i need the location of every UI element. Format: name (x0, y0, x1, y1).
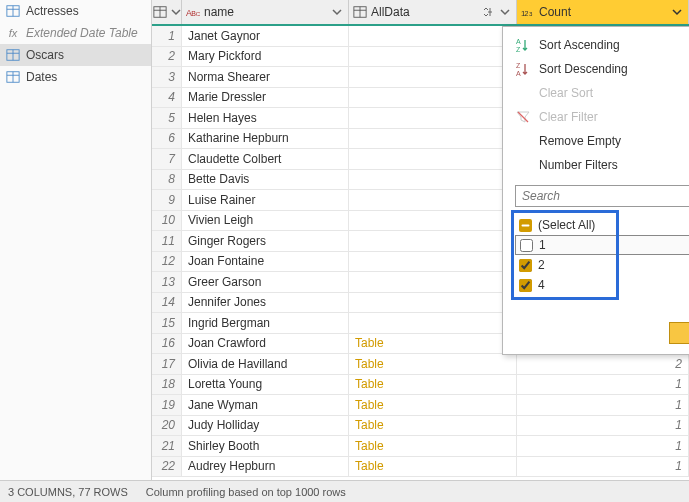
cell-count[interactable]: 1 (517, 416, 689, 436)
cell-name[interactable]: Joan Fontaine (182, 252, 349, 272)
cell-alldata[interactable] (349, 313, 517, 333)
menu-label: Sort Ascending (539, 38, 620, 52)
cell-alldata[interactable] (349, 170, 517, 190)
query-item[interactable]: Actresses (0, 0, 151, 22)
cell-alldata[interactable] (349, 293, 517, 313)
cell-name[interactable]: Ingrid Bergman (182, 313, 349, 333)
rownum-header[interactable] (152, 0, 182, 24)
cell-name[interactable]: Greer Garson (182, 272, 349, 292)
remove-empty[interactable]: Remove Empty (503, 129, 689, 153)
cell-name[interactable]: Jane Wyman (182, 395, 349, 415)
filter-value-row[interactable]: 1 (515, 235, 689, 255)
cell-alldata[interactable] (349, 252, 517, 272)
cell-count[interactable]: 1 (517, 436, 689, 456)
cell-alldata[interactable]: Table (349, 416, 517, 436)
cell-name[interactable]: Vivien Leigh (182, 211, 349, 231)
cell-count[interactable]: 1 (517, 457, 689, 477)
header-label: name (204, 5, 330, 19)
query-item[interactable]: Oscars (0, 44, 151, 66)
cell-alldata[interactable] (349, 88, 517, 108)
cell-alldata[interactable]: Table (349, 334, 517, 354)
row-number: 20 (152, 416, 182, 436)
expand-icon[interactable] (482, 6, 494, 18)
filter-value-row[interactable]: 4 (515, 275, 689, 295)
table-row[interactable]: 22Audrey HepburnTable1 (152, 457, 689, 478)
table-row[interactable]: 21Shirley BoothTable1 (152, 436, 689, 457)
cell-count[interactable]: 1 (517, 395, 689, 415)
table-row[interactable]: 17Olivia de HavillandTable2 (152, 354, 689, 375)
row-number: 13 (152, 272, 182, 292)
table-row[interactable]: 19Jane WymanTable1 (152, 395, 689, 416)
cell-name[interactable]: Loretta Young (182, 375, 349, 395)
filter-checkbox[interactable] (519, 279, 532, 292)
chevron-down-icon[interactable] (330, 5, 344, 19)
row-number: 16 (152, 334, 182, 354)
filter-checkbox[interactable] (519, 219, 532, 232)
menu-label: Number Filters (539, 158, 618, 172)
cell-name[interactable]: Claudette Colbert (182, 149, 349, 169)
cell-name[interactable]: Olivia de Havilland (182, 354, 349, 374)
cell-name[interactable]: Marie Dressler (182, 88, 349, 108)
cell-alldata[interactable] (349, 149, 517, 169)
cell-name[interactable]: Judy Holliday (182, 416, 349, 436)
query-item[interactable]: fxExtended Date Table (0, 22, 151, 44)
cell-name[interactable]: Helen Hayes (182, 108, 349, 128)
sort-descending[interactable]: ZA Sort Descending (503, 57, 689, 81)
column-header-name[interactable]: ABC name (182, 0, 349, 24)
query-item[interactable]: Dates (0, 66, 151, 88)
cell-name[interactable]: Janet Gaynor (182, 26, 349, 46)
table-row[interactable]: 18Loretta YoungTable1 (152, 375, 689, 396)
cell-alldata[interactable] (349, 47, 517, 67)
cell-alldata[interactable]: Table (349, 375, 517, 395)
ok-button[interactable]: OK (669, 322, 689, 344)
search-input[interactable] (522, 189, 689, 203)
cell-alldata[interactable] (349, 129, 517, 149)
cell-name[interactable]: Luise Rainer (182, 190, 349, 210)
cell-name[interactable]: Audrey Hepburn (182, 457, 349, 477)
column-header-alldata[interactable]: AllData (349, 0, 517, 24)
sort-desc-icon: ZA (515, 61, 531, 77)
filter-checkbox[interactable] (520, 239, 533, 252)
cell-name[interactable]: Katharine Hepburn (182, 129, 349, 149)
cell-name[interactable]: Ginger Rogers (182, 231, 349, 251)
filter-search[interactable] (515, 185, 689, 207)
cell-alldata[interactable]: Table (349, 436, 517, 456)
cell-count[interactable]: 2 (517, 354, 689, 374)
chevron-down-icon[interactable] (670, 5, 684, 19)
row-number: 17 (152, 354, 182, 374)
number-filters[interactable]: Number Filters ▸ (503, 153, 689, 177)
cell-count[interactable]: 1 (517, 375, 689, 395)
row-number: 21 (152, 436, 182, 456)
table-icon (353, 5, 367, 19)
svg-text:A: A (516, 38, 521, 45)
cell-alldata[interactable] (349, 26, 517, 46)
filter-values-list: (Select All)124 (515, 215, 689, 295)
cell-name[interactable]: Norma Shearer (182, 67, 349, 87)
cell-alldata[interactable] (349, 231, 517, 251)
cell-name[interactable]: Bette Davis (182, 170, 349, 190)
filter-value-row[interactable]: 2 (515, 255, 689, 275)
cell-alldata[interactable] (349, 108, 517, 128)
column-header-count[interactable]: 123 Count (517, 0, 689, 24)
cell-alldata[interactable]: Table (349, 457, 517, 477)
cell-alldata[interactable] (349, 272, 517, 292)
filter-value-row[interactable]: (Select All) (515, 215, 689, 235)
cell-name[interactable]: Mary Pickford (182, 47, 349, 67)
chevron-down-icon[interactable] (171, 5, 181, 19)
chevron-down-icon[interactable] (498, 5, 512, 19)
sort-ascending[interactable]: AZ Sort Ascending (503, 33, 689, 57)
cell-name[interactable]: Jennifer Jones (182, 293, 349, 313)
cell-name[interactable]: Joan Crawford (182, 334, 349, 354)
column-headers: ABC name AllData 123 Count (152, 0, 689, 26)
table-row[interactable]: 20Judy HollidayTable1 (152, 416, 689, 437)
cell-alldata[interactable]: Table (349, 354, 517, 374)
row-number: 4 (152, 88, 182, 108)
cell-name[interactable]: Shirley Booth (182, 436, 349, 456)
cell-alldata[interactable]: Table (349, 395, 517, 415)
filter-checkbox[interactable] (519, 259, 532, 272)
header-label: Count (539, 5, 670, 19)
cell-alldata[interactable] (349, 190, 517, 210)
text-type-icon: ABC (186, 5, 200, 19)
cell-alldata[interactable] (349, 67, 517, 87)
cell-alldata[interactable] (349, 211, 517, 231)
